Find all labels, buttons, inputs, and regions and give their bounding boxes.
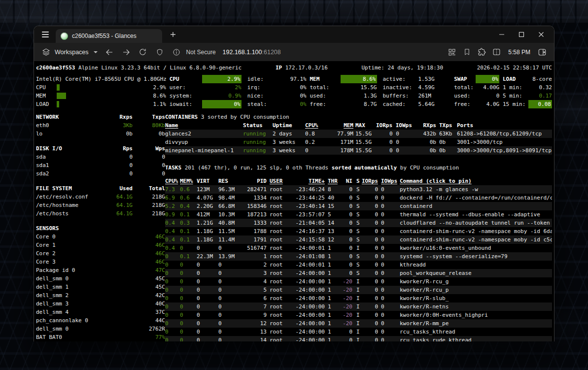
task-row[interactable]: 000014root-24:00:0010I00rcu_tasks_rude_k… — [165, 336, 552, 341]
sensor-name: dell_smm 0 — [36, 325, 130, 333]
task-pid: 9 — [241, 311, 267, 319]
bookmark-icon — [463, 48, 471, 56]
cpu-iowait-label: iowait: — [170, 100, 202, 108]
cpu-title[interactable]: CPU — [170, 75, 202, 83]
sidebar-toggle-icon — [538, 48, 547, 57]
reload-button[interactable] — [136, 46, 150, 59]
sidebar-toggle-button[interactable] — [535, 46, 549, 59]
mem-title[interactable]: MEM — [310, 75, 341, 83]
task-row[interactable]: 00.122.3M13.9M1root-24:01:0810S00systemd… — [165, 252, 552, 261]
workspaces-label[interactable]: Workspaces — [55, 49, 89, 56]
task-virt: 0 — [197, 294, 218, 303]
containers-name-header[interactable]: Name — [165, 121, 243, 130]
task-row[interactable]: 00007root-24:00:001-20I00kworker/R-netns — [165, 303, 552, 311]
task-row[interactable]: 0.40.11.18G11.5M1788root-24:16:37130S00c… — [165, 227, 552, 235]
tasks-time-header[interactable]: TIME+ — [290, 177, 325, 185]
site-info-button[interactable] — [170, 46, 183, 59]
tab-glances[interactable]: c2600ae3f553 - Glances — [56, 29, 162, 43]
task-mem: 0 — [180, 261, 197, 269]
task-thr: 1 — [325, 328, 339, 336]
containers-mem-header[interactable]: MEM — [327, 121, 353, 130]
diskio-title: DISK I/O — [36, 144, 100, 153]
bookmark-button[interactable] — [460, 46, 474, 59]
task-time: -23:46:24 — [290, 185, 325, 194]
new-tab-button[interactable] — [167, 29, 179, 40]
workspaces-button[interactable] — [39, 46, 53, 59]
task-iowps: 0 — [378, 336, 398, 341]
back-button[interactable] — [103, 46, 116, 59]
container-tx: 0b — [436, 146, 455, 155]
tasks-iorps-header[interactable]: IORps — [361, 177, 378, 185]
swap-title[interactable]: SWAP — [454, 75, 476, 83]
tasks-summary: TASKS 201 (467 thr), 0 run, 125 slp, 0 o… — [165, 164, 552, 172]
tasks-mem-header[interactable]: MEM% — [180, 177, 197, 185]
address-bar[interactable]: 192.168.1.100:61208 — [223, 49, 281, 56]
fs-used: 64.1G — [100, 201, 133, 209]
toolbar-right-group: 5:58 PM — [445, 46, 549, 59]
qr-code-button[interactable] — [445, 46, 459, 59]
containers-cpu-header[interactable]: CPU% — [305, 121, 327, 130]
maximize-button[interactable] — [512, 27, 531, 42]
task-row[interactable]: 000013root-24:00:0010I00rcu_tasks_kthrea… — [165, 328, 552, 336]
task-row[interactable]: 000012root-24:00:001-20I00kworker/R-mm_p… — [165, 319, 552, 328]
task-row[interactable]: 0.90.1412M10.3M187213root-23:57:0750S00t… — [165, 210, 552, 219]
container-tx: 0b — [436, 138, 455, 146]
task-row[interactable]: 00004root-24:00:001-20I00kworker/R-rcu_g — [165, 277, 552, 286]
task-row[interactable]: 00006root-24:00:001-20I00kworker/R-slub_ — [165, 294, 552, 303]
left-sidebar: NETWORK Rxps Txps eth03Kb80Kb lo0b0b DIS… — [36, 113, 165, 341]
cpu-idle: 97.1% — [276, 75, 307, 83]
extensions-button[interactable] — [475, 46, 488, 59]
filesystem-total-header[interactable]: Total — [133, 184, 165, 193]
tracking-shield-button[interactable] — [153, 46, 167, 59]
task-res: 0 — [218, 286, 241, 294]
task-time: -24:00:00 — [290, 294, 325, 303]
mem-free-label: free: — [310, 100, 341, 108]
container-row[interactable]: glances2running2 days0.877.9M15.5G0 0432… — [165, 130, 552, 138]
task-row[interactable]: 00003root-24:00:0010S00pool_workqueue_re… — [165, 269, 552, 277]
container-mem: 171M — [327, 138, 353, 146]
sensor-value: 45C — [130, 274, 165, 283]
tasks-iowps-header[interactable]: IOWps — [378, 177, 398, 185]
task-row[interactable]: 6.90.64.07G98.4M1334root-23:44:25400S00d… — [165, 194, 552, 202]
task-row[interactable]: 0.40.31.21G40.8M1333root-21:04:05140S00c… — [165, 219, 552, 227]
task-row[interactable]: 00009root-24:00:001-20I00kworker/0:0H-ev… — [165, 311, 552, 319]
task-row[interactable]: 5.20.42.20G66.8M158346root-23:40:14150S0… — [165, 202, 552, 210]
task-iowps: 0 — [378, 286, 398, 294]
tasks-thr-header[interactable]: THR — [325, 177, 339, 185]
tasks-user-header[interactable]: USER — [267, 177, 290, 185]
filesystem-used-header[interactable]: Used — [100, 184, 133, 193]
close-button[interactable] — [531, 27, 551, 42]
split-screen-button[interactable] — [489, 46, 503, 59]
tasks-sort-key: by CPU consumption — [397, 165, 459, 171]
tasks-command-header[interactable]: Command (click to pin) — [398, 177, 552, 185]
task-iorps: 0 — [361, 319, 378, 328]
container-row[interactable]: divvyuprunning3 weeks0.2171M15.5G0 00b0b… — [165, 138, 552, 146]
task-user: root — [267, 277, 290, 286]
forward-button[interactable] — [119, 46, 133, 59]
minimize-button[interactable] — [492, 27, 512, 42]
uptime-label: Uptime: — [361, 65, 384, 71]
load-15min-label: 15 min: — [503, 100, 528, 108]
load-title[interactable]: LOAD — [503, 75, 528, 83]
task-row[interactable]: 0.40.11.18G11.4M1791root-24:15:58120S00c… — [165, 235, 552, 244]
tasks-cpu-header[interactable]: CPU% — [165, 177, 180, 185]
task-row[interactable]: 7.30.6123M96.3M282471root-23:46:2480S00p… — [165, 185, 552, 194]
container-row[interactable]: minepanel-minepanel-1running3 weeks0178M… — [165, 146, 552, 155]
security-status-label[interactable]: Not Secure — [186, 49, 216, 56]
task-mem: 0 — [180, 328, 197, 336]
network-txps-header[interactable]: Txps — [133, 113, 165, 121]
task-mem: 0.4 — [180, 202, 197, 210]
chevron-down-icon[interactable] — [94, 51, 98, 53]
network-tx: 0b — [133, 130, 165, 138]
network-rxps-header[interactable]: Rxps — [100, 113, 133, 121]
diskio-rps-header[interactable]: Rps — [100, 144, 133, 153]
tasks-panel: TASKS 201 (467 thr), 0 run, 125 slp, 0 o… — [165, 164, 552, 341]
diskio-wps-header[interactable]: Wps — [133, 144, 165, 153]
task-row[interactable]: 0.4000516747root-24:00:0110I00kworker/u1… — [165, 244, 552, 252]
browser-menu-icon[interactable] — [38, 28, 53, 41]
task-iowps: 0 — [378, 227, 398, 235]
container-name: divvyup — [165, 138, 243, 146]
task-row[interactable]: 00005root-24:00:001-20I00kworker/R-rcu_p — [165, 286, 552, 294]
load-gauge-bar — [56, 101, 140, 107]
task-row[interactable]: 00002root-24:00:0110S00kthreadd — [165, 261, 552, 269]
